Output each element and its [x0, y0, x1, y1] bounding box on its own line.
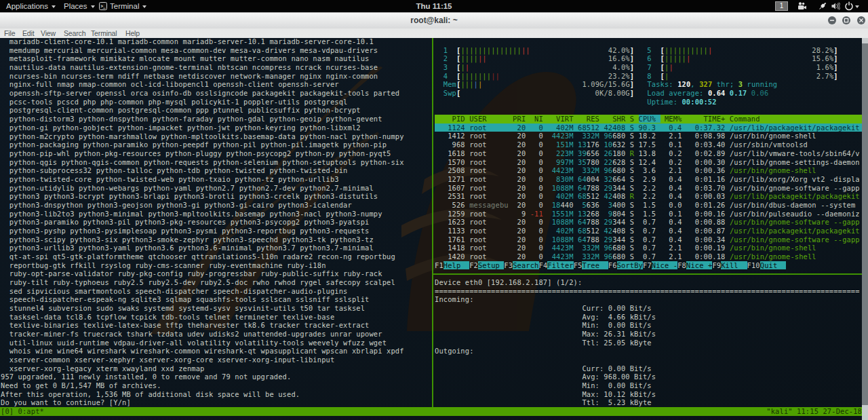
menu-search[interactable]: Search	[64, 29, 85, 37]
htop-cpu-meter-row: 3 [|| 4.0%] 7 [|| 1.6%]	[435, 63, 838, 72]
volume-icon[interactable]	[831, 1, 840, 11]
maximize-button[interactable]	[842, 16, 850, 24]
htop-mem-tasks-row: Mem[||||| 1.09G/15.6G] Tasks: 120, 327 t…	[435, 80, 777, 89]
nload-outgoing-stat: Max: 10.12 kBit/s	[435, 390, 656, 399]
htop-cpu-meter-row: 1 [|||||||||||||||| 42.0%] 5 [||||||||||…	[435, 46, 838, 55]
menu-help[interactable]: Help	[125, 29, 140, 37]
terminal-scrollbar[interactable]	[862, 38, 868, 420]
menu-edit[interactable]: Edit	[22, 29, 35, 37]
nload-incoming-label: Incoming:	[435, 295, 474, 304]
window-titlebar[interactable]: root@kali: ~	[0, 12, 868, 28]
htop-process-row: 1570 root 20 0 997M 35780 22628 S 12.4 0…	[435, 158, 860, 167]
apt-upgrade-pane[interactable]: mariadb-client-core-10.1 mariadb-common …	[1, 38, 404, 408]
terminal-menubar: File Edit View Search Terminal Help	[0, 28, 868, 38]
screen-recorder-icon[interactable]	[797, 1, 807, 11]
nload-outgoing-label: Outgoing:	[435, 347, 474, 356]
network-connector-icon[interactable]	[818, 1, 827, 11]
nload-outgoing-stat: Curr: 0.00 Bit/s	[435, 364, 652, 373]
htop-process-row: 1618 root 20 0 223M 39656 26180 R 13.8 0…	[435, 149, 860, 158]
htop-process-row: 1124 root 20 0 402M 68512 42408 S 90.3 0…	[435, 123, 860, 132]
htop-swp-load-row: Swp[ 0K/8.00G] Load average: 0.64 0.17 0…	[435, 89, 768, 98]
htop-process-row: 1607 root 20 0 1088M 64788 29344 S 2.2 0…	[435, 184, 860, 193]
scrollbar-thumb[interactable]	[862, 43, 868, 405]
nload-outgoing-stat: Min: 0.00 Bit/s	[435, 381, 652, 390]
nload-device-line: Device eth0 [192.168.2.187] (1/2):	[435, 278, 582, 287]
close-button[interactable]	[857, 16, 865, 24]
nload-incoming-stat: Max: 26.31 kBit/s	[435, 330, 656, 339]
nload-incoming-stat: Min: 0.00 Bit/s	[435, 321, 652, 330]
workspace-indicator[interactable]: 1	[775, 1, 788, 11]
nload-outgoing-stat: Avg: 968.00 Bit/s	[435, 373, 656, 381]
nload-incoming-stat: Ttl: 25.05 kByte	[435, 339, 652, 347]
tmux-host-clock: "kali" 11:15 27-Dec-18	[766, 407, 862, 416]
menu-terminal[interactable]: Terminal	[91, 29, 117, 37]
htop-process-row: 968 root 20 0 151M 13176 10632 S 17.5 0.…	[435, 140, 808, 149]
window-title: root@kali: ~	[0, 16, 868, 25]
system-caret-icon[interactable]	[855, 5, 859, 8]
htop-process-row: 526 messagebu 20 0 18440 5636 3400 S 1.5…	[435, 201, 855, 210]
htop-fkey-bar: F1Help F2Setup F3SearchF4FilterF5Tree F6…	[435, 261, 786, 270]
tmux-status-bar: [0] 0:apt* "kali" 11:15 27-Dec-18	[0, 407, 868, 416]
htop-process-row: 1761 root 20 0 1088M 64788 29344 S 0.7 0…	[435, 235, 860, 244]
tmux-session-window[interactable]: [0] 0:apt*	[1, 407, 44, 416]
tmux-vertical-divider[interactable]	[432, 38, 433, 408]
desktop: Applications Places >_ Terminal Thu 11:1…	[0, 0, 868, 420]
htop-process-row: 2531 root 20 0 402M 68512 42408 R 2.2 0.…	[435, 192, 860, 201]
htop-cpu-meter-row: 2 [|||||| 16.6%] 6 [|||||| 15.6%]	[435, 54, 838, 63]
nload-incoming-stat: Avg: 4.66 kBit/s	[435, 313, 656, 322]
power-icon[interactable]	[844, 1, 854, 11]
menu-file[interactable]: File	[4, 29, 15, 37]
htop-process-row: 1623 root 20 0 1088M 64788 29344 S 0.7 0…	[435, 218, 860, 227]
htop-process-row: 1259 root 9 -11 1551M 13268 9804 S 1.5 0…	[435, 210, 860, 218]
tmux-horizontal-divider[interactable]	[433, 273, 866, 275]
htop-process-row: 1133 root 20 0 402M 68512 42408 S 0.7 0.…	[435, 227, 860, 235]
nload-separator: ========================================…	[435, 287, 860, 296]
htop-process-row: 2508 root 20 0 4423M 332M 96680 S 3.6 2.…	[435, 166, 816, 175]
htop-process-row: 1418 root 20 0 4423M 332M 96680 S 0.7 2.…	[435, 244, 816, 252]
htop-uptime-row: Uptime: 00:00:52	[435, 98, 717, 107]
htop-process-row: 1271 root 20 0 830M 64004 32664 S 2.9 0.…	[435, 175, 860, 184]
htop-process-row: 1412 root 20 0 4423M 332M 96680 S 18.2 2…	[435, 132, 816, 140]
nload-incoming-stat: Curr: 0.00 Bit/s	[435, 304, 652, 313]
htop-process-row: 1420 root 20 0 4423M 332M 96680 S 0.7 2.…	[435, 252, 816, 261]
gnome-top-panel: Applications Places >_ Terminal Thu 11:1…	[0, 0, 868, 12]
clock[interactable]: Thu 11:15	[0, 0, 868, 12]
htop-table-header: PID USER PRI NI VIRT RES SHR S CPU% MEM%…	[435, 115, 760, 123]
terminal-body[interactable]: mariadb-client-core-10.1 mariadb-common …	[0, 38, 868, 420]
menu-view[interactable]: View	[41, 29, 56, 37]
htop-cpu-meter-row: 4 [||||||||| 23.2%] 8 [| 2.7%]	[435, 72, 838, 81]
minimize-button[interactable]	[828, 16, 836, 24]
nload-outgoing-stat: Ttl: 5.23 kByte	[435, 398, 652, 407]
